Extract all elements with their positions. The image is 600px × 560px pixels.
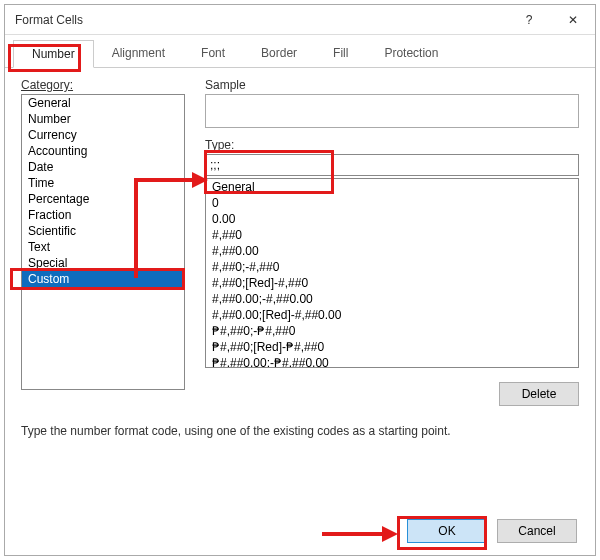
category-item[interactable]: Special <box>22 255 184 271</box>
format-code-item[interactable]: ₱#,##0.00;-₱#,##0.00 <box>206 355 578 368</box>
category-item[interactable]: Number <box>22 111 184 127</box>
delete-button[interactable]: Delete <box>499 382 579 406</box>
format-code-item[interactable]: #,##0.00;[Red]-#,##0.00 <box>206 307 578 323</box>
category-item[interactable]: Text <box>22 239 184 255</box>
format-code-item[interactable]: #,##0 <box>206 227 578 243</box>
tab-protection[interactable]: Protection <box>366 40 456 68</box>
category-item[interactable]: General <box>22 95 184 111</box>
help-icon: ? <box>526 13 533 27</box>
category-item-custom[interactable]: Custom <box>22 271 184 287</box>
sample-preview <box>205 94 579 128</box>
format-code-item[interactable]: 0 <box>206 195 578 211</box>
cancel-button[interactable]: Cancel <box>497 519 577 543</box>
format-code-item[interactable]: #,##0.00 <box>206 243 578 259</box>
category-list[interactable]: General Number Currency Accounting Date … <box>21 94 185 390</box>
format-cells-dialog: Format Cells ? ✕ Number Alignment Font B… <box>4 4 596 556</box>
category-item[interactable]: Time <box>22 175 184 191</box>
format-code-item[interactable]: ₱#,##0;[Red]-₱#,##0 <box>206 339 578 355</box>
category-item[interactable]: Fraction <box>22 207 184 223</box>
format-code-item[interactable]: #,##0;[Red]-#,##0 <box>206 275 578 291</box>
tab-alignment[interactable]: Alignment <box>94 40 183 68</box>
ok-button[interactable]: OK <box>407 519 487 543</box>
tab-fill[interactable]: Fill <box>315 40 366 68</box>
format-code-item[interactable]: 0.00 <box>206 211 578 227</box>
help-button[interactable]: ? <box>507 5 551 35</box>
category-item[interactable]: Date <box>22 159 184 175</box>
type-label: Type: <box>205 138 579 152</box>
format-code-list[interactable]: General 0 0.00 #,##0 #,##0.00 #,##0;-#,#… <box>205 178 579 368</box>
close-button[interactable]: ✕ <box>551 5 595 35</box>
format-code-item[interactable]: #,##0.00;-#,##0.00 <box>206 291 578 307</box>
titlebar: Format Cells ? ✕ <box>5 5 595 35</box>
category-label: Category: <box>21 78 185 92</box>
tab-border[interactable]: Border <box>243 40 315 68</box>
tab-number[interactable]: Number <box>13 40 94 68</box>
category-item[interactable]: Currency <box>22 127 184 143</box>
hint-text: Type the number format code, using one o… <box>21 424 579 438</box>
close-icon: ✕ <box>568 13 578 27</box>
category-item[interactable]: Accounting <box>22 143 184 159</box>
sample-label: Sample <box>205 78 579 92</box>
tab-font[interactable]: Font <box>183 40 243 68</box>
format-code-item[interactable]: General <box>206 179 578 195</box>
format-code-item[interactable]: #,##0;-#,##0 <box>206 259 578 275</box>
category-item[interactable]: Scientific <box>22 223 184 239</box>
tab-panel-number: Category: General Number Currency Accoun… <box>5 68 595 438</box>
dialog-buttons: OK Cancel <box>407 519 577 543</box>
tab-bar: Number Alignment Font Border Fill Protec… <box>5 39 595 68</box>
dialog-title: Format Cells <box>15 13 507 27</box>
type-input[interactable] <box>205 154 579 176</box>
format-code-item[interactable]: ₱#,##0;-₱#,##0 <box>206 323 578 339</box>
category-item[interactable]: Percentage <box>22 191 184 207</box>
